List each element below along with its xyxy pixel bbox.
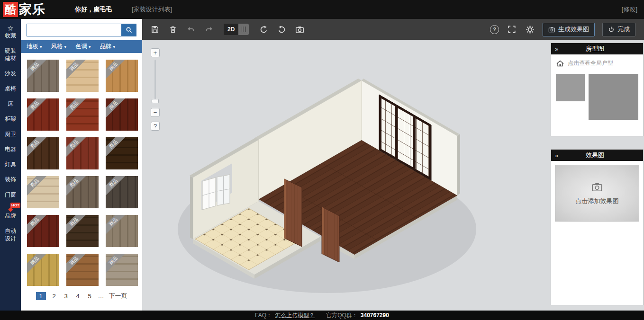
sidebar-item-硬装建材[interactable]: 硬装建材 <box>0 43 21 66</box>
door[interactable] <box>322 207 339 262</box>
sidebar-item-柜架[interactable]: 柜架 <box>0 111 21 126</box>
kujiale-logo[interactable]: 酷 家乐 <box>3 1 45 18</box>
top-bar: 酷 家乐 你好，虞毛毛 [家装设计列表] [修改] <box>0 0 644 19</box>
modify-link[interactable]: [修改] <box>622 5 637 14</box>
canvas-help-button[interactable]: ? <box>151 122 160 131</box>
zoom-out-button[interactable]: − <box>151 108 160 117</box>
2d-3d-toggle[interactable]: 2D <box>224 24 249 35</box>
help-icon[interactable]: ? <box>490 25 499 34</box>
sidebar-item-label: 柜架 <box>4 115 17 123</box>
undo-button[interactable] <box>186 24 196 35</box>
settings-gear-icon[interactable] <box>525 24 535 35</box>
floor-swatch[interactable]: 商品 <box>106 215 138 247</box>
generate-render-button[interactable]: 生成效果图 <box>543 23 595 36</box>
design-list-link[interactable]: [家装设计列表] <box>132 5 172 14</box>
floor-swatch[interactable]: 商品 <box>27 98 59 131</box>
filter-色调[interactable]: 色调▾ <box>75 43 91 51</box>
floor-swatch[interactable]: 商品 <box>106 98 138 131</box>
chevron-down-icon: ▾ <box>64 44 67 49</box>
floor-swatch[interactable]: 商品 <box>27 215 59 247</box>
search-button[interactable] <box>121 24 136 36</box>
floor-swatch[interactable]: 商品 <box>66 254 99 286</box>
collapse-chevron-icon[interactable]: » <box>555 45 557 53</box>
sidebar-item-电器[interactable]: 电器 <box>0 142 21 157</box>
power-icon <box>608 26 615 33</box>
sidebar-item-沙发[interactable]: 沙发 <box>0 66 21 81</box>
page-5[interactable]: 5 <box>86 292 93 300</box>
sidebar-item-桌椅[interactable]: 桌椅 <box>0 81 21 96</box>
sidebar-item-自动设计[interactable]: 自动设计 <box>0 223 21 246</box>
floor-swatch[interactable]: 商品 <box>27 254 59 286</box>
floor-swatch[interactable]: 商品 <box>27 176 59 208</box>
floor-swatch[interactable]: 商品 <box>66 98 99 131</box>
zoom-slider-track[interactable] <box>154 60 156 100</box>
room-3d-view[interactable] <box>142 40 550 311</box>
floorplan-thumbnail-small[interactable] <box>556 74 585 101</box>
save-button[interactable] <box>150 24 160 35</box>
floor-swatch[interactable]: 商品 <box>66 137 99 169</box>
product-ribbon: 商品 <box>27 98 50 121</box>
sidebar-item-label: 电器 <box>4 145 17 153</box>
redo-button[interactable] <box>204 24 214 35</box>
product-ribbon: 商品 <box>66 254 89 276</box>
house-icon <box>556 60 564 67</box>
sidebar-item-门窗[interactable]: 门窗 <box>0 187 21 202</box>
sidebar-item-灯具[interactable]: 灯具 <box>0 157 21 172</box>
toggle-handle[interactable] <box>238 24 249 35</box>
floor-swatch[interactable]: 商品 <box>106 137 138 169</box>
sidebar-item-床[interactable]: 床 <box>0 96 21 111</box>
page-1[interactable]: 1 <box>36 292 46 300</box>
faq-link[interactable]: 怎么上传模型？ <box>275 311 315 320</box>
zoom-in-button[interactable]: + <box>151 48 160 57</box>
door[interactable] <box>284 179 302 247</box>
pagination: 12345…下一页 <box>21 292 142 300</box>
product-ribbon: 商品 <box>66 137 89 160</box>
fullscreen-icon[interactable] <box>507 24 517 35</box>
product-ribbon: 商品 <box>66 215 89 237</box>
page-4[interactable]: 4 <box>74 292 82 300</box>
floor-swatch[interactable]: 商品 <box>66 60 99 92</box>
floorplan-panel-title: 房型图 <box>559 44 631 53</box>
floor-swatch[interactable]: 商品 <box>106 60 138 92</box>
rotate-ccw-button[interactable] <box>258 24 269 35</box>
footer-bar: FAQ： 怎么上传模型？ 官方QQ群： 340767290 <box>0 311 644 320</box>
filter-风格[interactable]: 风格▾ <box>51 43 67 51</box>
sidebar-item-装饰[interactable]: 装饰 <box>0 172 21 187</box>
floor-swatch[interactable]: 商品 <box>66 176 99 208</box>
logo-mark: 酷 <box>3 2 18 17</box>
page-2[interactable]: 2 <box>51 292 58 300</box>
floorplan-hint-row[interactable]: 点击查看全局户型 <box>556 59 638 67</box>
search-input[interactable] <box>27 24 121 36</box>
page-3[interactable]: 3 <box>63 292 70 300</box>
filter-地板[interactable]: 地板▾ <box>27 43 42 51</box>
sidebar-item-厨卫[interactable]: 厨卫 <box>0 126 21 142</box>
floor-swatch[interactable]: 商品 <box>27 60 59 92</box>
render-panel-header[interactable]: » 效果图 <box>551 150 643 161</box>
zoom-slider-handle[interactable] <box>152 99 159 103</box>
design-canvas[interactable]: + − ? » 房型图 点击查看全局户型 » <box>142 40 644 311</box>
finish-button[interactable]: 完成 <box>602 23 635 36</box>
add-render-button[interactable]: 点击添加效果图 <box>555 165 639 222</box>
floor-swatch[interactable]: 商品 <box>106 176 138 208</box>
floorplan-panel-header[interactable]: » 房型图 <box>551 43 643 54</box>
sidebar-item-收藏[interactable]: ☆收藏 <box>0 21 21 43</box>
product-ribbon: 商品 <box>27 176 50 198</box>
floorplan-thumbnail-large[interactable] <box>589 74 638 120</box>
delete-button[interactable] <box>168 24 178 35</box>
hot-badge: HOT <box>10 203 20 208</box>
qq-label: 官方QQ群： <box>326 311 358 320</box>
filter-品牌[interactable]: 品牌▾ <box>100 43 116 51</box>
snapshot-camera-button[interactable] <box>294 24 305 35</box>
add-render-label: 点击添加效果图 <box>576 197 619 205</box>
sidebar-item-label: 床 <box>4 100 17 107</box>
floorplan-panel-body: 点击查看全局户型 <box>551 54 643 136</box>
floorplan-thumbnails <box>556 74 638 120</box>
next-page-link[interactable]: 下一页 <box>109 292 127 300</box>
floor-swatch[interactable]: 商品 <box>106 254 138 286</box>
rotate-cw-button[interactable] <box>276 24 287 35</box>
swatch-grid: 商品商品商品商品商品商品商品商品商品商品商品商品商品商品商品商品商品商品 <box>21 53 142 288</box>
collapse-chevron-icon[interactable]: » <box>555 152 557 159</box>
sidebar-item-品牌[interactable]: HOT◆品牌 <box>0 202 21 223</box>
floor-swatch[interactable]: 商品 <box>66 215 99 247</box>
floor-swatch[interactable]: 商品 <box>27 137 59 169</box>
